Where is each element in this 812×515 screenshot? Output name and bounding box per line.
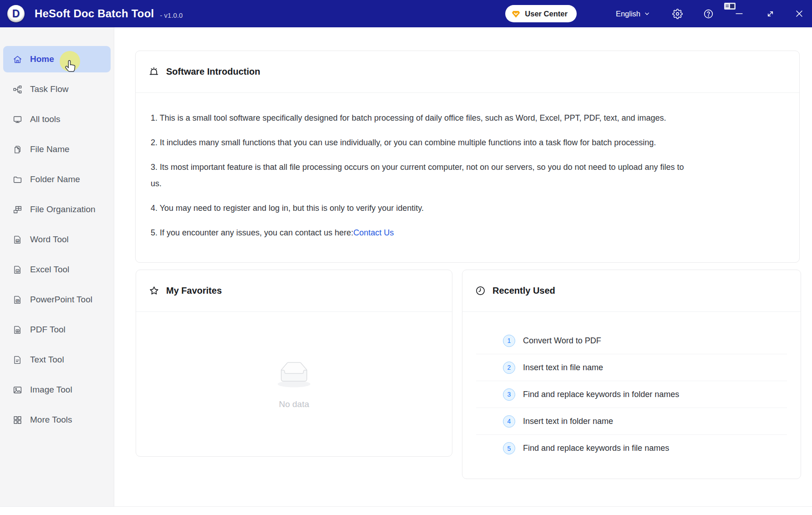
maximize-icon	[766, 9, 775, 19]
recent-item-label: Insert text in file name	[523, 363, 603, 372]
intro-paragraph-1: 1. This is a small tool software specifi…	[151, 110, 781, 126]
sidebar-item-more-tools[interactable]: More Tools	[3, 407, 111, 433]
recent-item-label: Insert text in folder name	[523, 417, 613, 426]
titlebar: D HeSoft Doc Batch Tool - v1.0.0 User Ce…	[0, 0, 812, 27]
intro-paragraph-5-prefix: 5. If you encounter any issues, you can …	[151, 228, 353, 237]
sidebar-item-folder-name[interactable]: Folder Name	[3, 166, 111, 193]
sidebar-item-label: PDF Tool	[30, 325, 66, 335]
no-data-text: No data	[279, 399, 310, 409]
sidebar-item-label: File Name	[30, 144, 70, 154]
sidebar-item-text-tool[interactable]: Text Tool	[3, 347, 111, 373]
sidebar-item-pdf-tool[interactable]: PDF Tool	[3, 316, 111, 343]
text-tool-icon	[13, 355, 22, 365]
hand-cursor-icon	[62, 59, 78, 77]
sidebar-item-word-tool[interactable]: w Word Tool	[3, 226, 111, 253]
recent-item-number: 5	[503, 442, 515, 454]
svg-text:w: w	[16, 239, 19, 242]
sidebar-item-label: All tools	[30, 114, 61, 124]
sidebar-item-label: Word Tool	[30, 235, 69, 245]
svg-text:P: P	[17, 299, 19, 302]
card-title: Software Introduction	[166, 66, 260, 77]
recently-used-header: Recently Used	[462, 270, 801, 312]
sidebar-item-label: Image Tool	[30, 385, 72, 395]
star-icon	[149, 286, 159, 296]
software-introduction-body: 1. This is a small tool software specifi…	[136, 93, 799, 241]
app-title: HeSoft Doc Batch Tool	[35, 7, 154, 20]
close-button[interactable]	[793, 7, 806, 20]
intro-paragraph-3-line-1: 3. Its most important feature is that al…	[151, 163, 684, 172]
app-logo: D	[7, 5, 25, 22]
sidebar-item-label: Task Flow	[30, 84, 68, 94]
recent-item-number: 1	[503, 335, 515, 347]
card-title: My Favorites	[166, 286, 222, 296]
user-center-button[interactable]: User Center	[505, 5, 577, 22]
clock-icon	[475, 286, 486, 296]
home-icon	[13, 55, 22, 64]
recent-item-label: Find and replace keywords in file names	[523, 444, 669, 453]
sidebar-item-image-tool[interactable]: Image Tool	[3, 377, 111, 403]
window-bottom-strip	[0, 506, 812, 515]
sidebar-item-all-tools[interactable]: All tools	[3, 106, 111, 133]
sidebar-item-file-name[interactable]: File Name	[3, 136, 111, 163]
powerpoint-tool-icon: P	[13, 295, 22, 305]
sidebar-item-label: PowerPoint Tool	[30, 295, 92, 305]
more-tools-icon	[13, 415, 22, 425]
sidebar-item-powerpoint-tool[interactable]: P PowerPoint Tool	[3, 286, 111, 313]
empty-inbox-icon	[271, 358, 317, 388]
sidebar-item-excel-tool[interactable]: x Excel Tool	[3, 256, 111, 283]
intro-paragraph-5: 5. If you encounter any issues, you can …	[151, 224, 781, 241]
my-favorites-card: My Favorites No data	[136, 270, 452, 457]
software-introduction-card: Software Introduction 1. This is a small…	[135, 51, 800, 263]
user-center-label: User Center	[525, 10, 568, 18]
card-title: Recently Used	[492, 286, 555, 296]
chevron-down-icon	[644, 11, 650, 17]
sidebar-item-task-flow[interactable]: Task Flow	[3, 76, 111, 102]
sidebar-item-label: Home	[30, 54, 54, 64]
recent-item-insert-text-in-file-name[interactable]: 2 Insert text in file name	[476, 354, 787, 381]
recent-item-number: 3	[503, 388, 515, 401]
intro-paragraph-4: 4. You may need to register and log in, …	[151, 200, 781, 216]
recent-item-find-replace-folder-keywords[interactable]: 3 Find and replace keywords in folder na…	[476, 381, 787, 408]
sidebar-item-label: Folder Name	[30, 174, 80, 184]
main-content: Software Introduction 1. This is a small…	[115, 27, 812, 506]
pdf-tool-icon	[13, 325, 22, 335]
contact-us-link[interactable]: Contact Us	[353, 228, 394, 237]
recently-used-card: Recently Used 1 Convert Word to PDF 2 In…	[462, 270, 801, 479]
help-icon	[703, 9, 714, 19]
sidebar-item-label: File Organization	[30, 204, 96, 214]
favorites-empty-state: No data	[136, 312, 452, 409]
ime-indicator-icon[interactable]	[724, 2, 736, 13]
recent-item-number: 4	[503, 415, 515, 428]
sidebar-item-label: More Tools	[30, 415, 72, 425]
help-button[interactable]	[702, 7, 715, 20]
intro-paragraph-3: 3. Its most important feature is that al…	[151, 159, 781, 192]
intro-paragraph-3-line-2: us.	[151, 179, 162, 188]
recent-item-number: 2	[503, 362, 515, 374]
excel-tool-icon: x	[13, 265, 22, 275]
image-tool-icon	[13, 385, 22, 395]
language-selected: English	[616, 10, 640, 18]
language-dropdown[interactable]: English	[616, 10, 650, 18]
sidebar-item-label: Excel Tool	[30, 265, 69, 275]
recent-item-convert-word-to-pdf[interactable]: 1 Convert Word to PDF	[476, 327, 787, 354]
app-version: - v1.0.0	[160, 11, 183, 19]
siren-icon	[148, 66, 159, 77]
gem-icon	[511, 9, 521, 19]
recent-item-insert-text-in-folder-name[interactable]: 4 Insert text in folder name	[476, 408, 787, 435]
intro-paragraph-2: 2. It includes many small functions that…	[151, 134, 781, 151]
recent-item-find-replace-file-keywords[interactable]: 5 Find and replace keywords in file name…	[476, 435, 787, 462]
file-organization-icon	[13, 205, 22, 214]
sidebar-item-file-organization[interactable]: File Organization	[3, 196, 111, 223]
recent-item-label: Convert Word to PDF	[523, 336, 601, 346]
recent-item-label: Find and replace keywords in folder name…	[523, 390, 679, 399]
recently-used-list: 1 Convert Word to PDF 2 Insert text in f…	[462, 312, 801, 462]
sidebar: Home Task Flow All tools File Name Folde…	[0, 27, 114, 506]
task-flow-icon	[13, 85, 22, 94]
settings-button[interactable]	[671, 7, 684, 20]
app-logo-letter: D	[12, 8, 20, 20]
gear-icon	[672, 9, 683, 19]
maximize-button[interactable]	[764, 7, 776, 20]
sidebar-item-home[interactable]: Home	[3, 46, 111, 72]
all-tools-icon	[13, 115, 22, 124]
file-name-icon	[13, 145, 22, 154]
